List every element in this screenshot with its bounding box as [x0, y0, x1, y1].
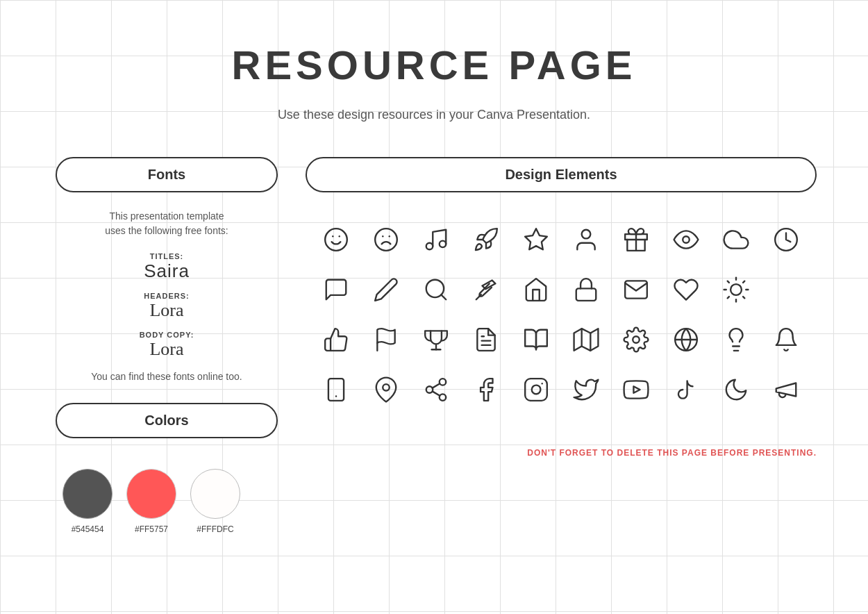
- map-icon: [562, 316, 610, 363]
- headers-label: HEADERS:: [56, 292, 278, 300]
- fonts-section: Fonts This presentation templateuses the…: [56, 157, 278, 382]
- smile-icon: [312, 216, 360, 263]
- youtube-icon: [612, 366, 660, 413]
- sun-icon: [712, 266, 760, 313]
- music-icon: [412, 216, 460, 263]
- svg-point-6: [426, 243, 433, 250]
- twitter-icon: [562, 366, 610, 413]
- titles-label: TITLES:: [56, 252, 278, 260]
- book-icon: [512, 316, 560, 363]
- color-swatch-2: #FF5757: [126, 469, 176, 534]
- svg-line-45: [433, 391, 440, 395]
- svg-marker-49: [633, 386, 640, 393]
- svg-point-3: [375, 229, 397, 251]
- swatch-circle-3: [190, 469, 240, 519]
- body-label: BODY COPY:: [56, 331, 278, 339]
- swatch-circle-1: [62, 469, 112, 519]
- svg-point-41: [383, 384, 390, 391]
- right-column: Design Elements: [306, 157, 817, 458]
- moon-icon: [712, 366, 760, 413]
- swatch-label-1: #545454: [72, 524, 104, 534]
- colors-header: Colors: [56, 403, 278, 438]
- svg-point-34: [633, 336, 640, 343]
- frown-icon: [362, 216, 410, 263]
- svg-point-43: [426, 386, 433, 393]
- tiktok-icon: [662, 366, 710, 413]
- svg-line-26: [743, 281, 744, 283]
- svg-rect-17: [576, 288, 596, 300]
- headers-font-row: HEADERS: Lora: [56, 292, 278, 321]
- thumbsup-icon: [312, 316, 360, 363]
- smartphone-icon: [312, 366, 360, 413]
- svg-line-21: [728, 281, 729, 283]
- color-swatch-1: #545454: [62, 469, 112, 534]
- swatch-label-3: #FFFDFC: [197, 524, 233, 534]
- svg-point-0: [325, 229, 347, 251]
- color-swatches-container: #545454 #FF5757 #FFFDFC: [56, 455, 278, 548]
- design-elements-header: Design Elements: [306, 157, 817, 192]
- body-font-name: Lora: [56, 339, 278, 360]
- fonts-description: This presentation templateuses the follo…: [56, 209, 278, 238]
- page-subtitle: Use these design resources in your Canva…: [56, 108, 812, 122]
- svg-marker-31: [574, 329, 599, 351]
- trophy-icon: [412, 316, 460, 363]
- bell-icon: [762, 316, 810, 363]
- mail-icon: [612, 266, 660, 313]
- icons-grid: [306, 209, 817, 420]
- footer-note: DON'T FORGET TO DELETE THIS PAGE BEFORE …: [306, 448, 817, 458]
- svg-point-9: [582, 230, 591, 239]
- bulb-icon: [712, 316, 760, 363]
- empty-1: [762, 266, 810, 313]
- facebook-icon: [462, 366, 510, 413]
- globe-icon: [662, 316, 710, 363]
- svg-rect-47: [525, 379, 547, 401]
- svg-point-44: [440, 394, 446, 401]
- left-column: Fonts This presentation templateuses the…: [56, 157, 278, 548]
- clock-icon: [762, 216, 810, 263]
- cloud-icon: [712, 216, 760, 263]
- colors-section: Colors #545454 #FF5757 #FFFDFC: [56, 403, 278, 548]
- search-icon: [412, 266, 460, 313]
- svg-line-15: [441, 294, 446, 299]
- user-icon: [562, 216, 610, 263]
- lock-icon: [562, 266, 610, 313]
- home-icon: [512, 266, 560, 313]
- instagram-icon: [512, 366, 560, 413]
- pencil-icon: [362, 266, 410, 313]
- star-icon: [512, 216, 560, 263]
- heart-icon: [662, 266, 710, 313]
- svg-point-12: [683, 236, 690, 243]
- gift-icon: [612, 216, 660, 263]
- svg-line-46: [433, 383, 440, 388]
- svg-line-22: [743, 297, 744, 298]
- color-swatch-3: #FFFDFC: [190, 469, 240, 534]
- fonts-note: You can find these fonts online too.: [56, 371, 278, 382]
- flag-icon: [362, 316, 410, 363]
- swatch-label-2: #FF5757: [135, 524, 168, 534]
- svg-point-18: [731, 284, 742, 295]
- fonts-header: Fonts: [56, 157, 278, 192]
- pin-icon: [462, 266, 510, 313]
- megaphone-icon: [762, 366, 810, 413]
- svg-marker-8: [525, 229, 547, 249]
- svg-rect-39: [328, 379, 344, 401]
- headers-font-name: Lora: [56, 300, 278, 321]
- titles-font-row: TITLES: Saira: [56, 252, 278, 282]
- share-icon: [412, 366, 460, 413]
- settings-icon: [612, 316, 660, 363]
- swatch-circle-2: [126, 469, 176, 519]
- message-icon: [312, 266, 360, 313]
- svg-point-7: [440, 241, 446, 248]
- titles-font-name: Saira: [56, 260, 278, 282]
- svg-line-25: [728, 297, 729, 298]
- svg-point-42: [440, 379, 446, 385]
- eye-icon: [662, 216, 710, 263]
- rocket-icon: [462, 216, 510, 263]
- location-icon: [362, 366, 410, 413]
- page-title: RESOURCE PAGE: [56, 42, 812, 88]
- file-icon: [462, 316, 510, 363]
- body-font-row: BODY COPY: Lora: [56, 331, 278, 360]
